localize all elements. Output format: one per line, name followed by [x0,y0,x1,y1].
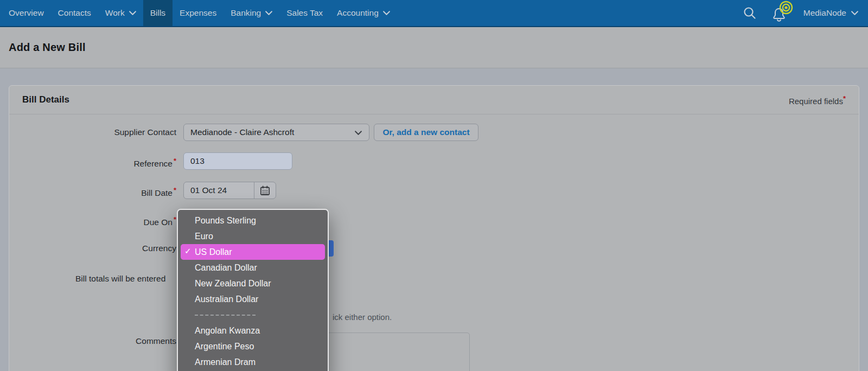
panel-header: Bill Details Required fields* [9,86,859,114]
nav-item-label: Banking [231,8,261,18]
required-fields-text: Required fields [789,97,843,106]
currency-option-label: Argentine Peso [195,342,254,351]
currency-option-australian-dollar[interactable]: Australian Dollar [178,291,328,307]
comments-label: Comments [14,336,176,347]
currency-dropdown-menu: Pounds SterlingEuro✓US DollarCanadian Do… [177,209,329,371]
bill-date-input[interactable]: 01 Oct 24 [183,182,276,199]
required-fields-note: Required fields* [789,94,846,106]
chevron-down-icon [851,11,858,15]
currency-option-label: Armenian Dram [195,357,256,367]
nav-item-sales-tax[interactable]: Sales Tax [279,0,330,26]
currency-option-label: Canadian Dollar [195,263,257,273]
search-icon[interactable] [743,6,757,20]
checkmark-icon: ✓ [184,246,192,256]
chevron-down-icon [355,131,362,135]
nav-item-label: Overview [9,8,44,18]
due-on-label: Due On* [14,214,176,228]
currency-label: Currency [14,243,176,254]
chevron-down-icon [129,11,136,15]
currency-select-focus-edge [329,240,334,257]
supplier-contact-value: Medianode - Claire Ashcroft [190,127,294,137]
account-name: MediaNode [803,8,846,18]
nav-item-label: Sales Tax [286,8,323,18]
required-asterisk: * [843,94,846,103]
currency-option-pounds-sterling[interactable]: Pounds Sterling [178,213,328,228]
account-menu[interactable]: MediaNode [803,8,858,18]
currency-option-new-zealand-dollar[interactable]: New Zealand Dollar [178,276,328,291]
currency-option-label: Pounds Sterling [195,216,256,226]
currency-option-label: Angolan Kwanza [195,326,260,336]
currency-option-us-dollar[interactable]: ✓US Dollar [181,244,325,260]
add-new-contact-button[interactable]: Or, add a new contact [374,124,478,141]
nav-item-overview[interactable]: Overview [2,0,51,26]
nav-item-label: Bills [150,8,165,18]
nav-item-accounting[interactable]: Accounting [330,0,397,26]
nav-item-label: Expenses [180,8,216,18]
calendar-icon[interactable] [254,182,276,199]
main-content: Bill Details Required fields* Supplier C… [0,69,868,371]
currency-option-canadian-dollar[interactable]: Canadian Dollar [178,260,328,276]
panel-title: Bill Details [22,94,69,105]
navbar-right-cluster: MediaNode [743,0,868,26]
currency-option-label: Australian Dollar [195,295,258,304]
helper-text-fragment: ick either option. [333,312,392,322]
bill-totals-helper-text: Bill totals will be entered [75,274,165,284]
reference-input[interactable]: 013 [183,152,292,170]
currency-option-angolan-kwanza[interactable]: Angolan Kwanza [178,323,328,338]
notification-bell-icon[interactable] [771,2,789,24]
reference-label: Reference* [14,156,176,169]
bill-date-value: 01 Oct 24 [184,186,254,195]
bill-date-label: Bill Date* [14,185,176,199]
bill-details-panel: Bill Details Required fields* Supplier C… [9,85,859,371]
chevron-down-icon [383,11,390,15]
currency-option-label: New Zealand Dollar [195,279,271,289]
page-header: Add a New Bill [0,27,868,68]
page-title: Add a New Bill [9,41,86,54]
supplier-contact-label: Supplier Contact [14,127,176,138]
currency-option-euro[interactable]: Euro [178,228,328,244]
nav-item-bills[interactable]: Bills [143,0,173,26]
reference-value: 013 [190,156,205,166]
supplier-contact-select[interactable]: Medianode - Claire Ashcroft [183,124,369,141]
chevron-down-icon [265,11,272,15]
add-new-contact-label: Or, add a new contact [382,127,469,137]
nav-item-work[interactable]: Work [98,0,143,26]
primary-nav: OverviewContactsWorkBillsExpensesBanking… [0,0,397,26]
nav-item-label: Contacts [58,8,91,18]
currency-option-argentine-peso[interactable]: Argentine Peso [178,338,328,354]
currency-option-label: US Dollar [195,247,232,257]
notification-ring-badge [778,0,794,15]
menu-separator [178,307,328,323]
nav-item-banking[interactable]: Banking [224,0,279,26]
nav-item-label: Work [105,8,125,18]
nav-item-contacts[interactable]: Contacts [51,0,98,26]
nav-item-expenses[interactable]: Expenses [173,0,224,26]
currency-option-armenian-dram[interactable]: Armenian Dram [178,354,328,370]
top-navbar: OverviewContactsWorkBillsExpensesBanking… [0,0,868,27]
nav-item-label: Accounting [337,8,379,18]
currency-option-label: Euro [195,232,213,241]
